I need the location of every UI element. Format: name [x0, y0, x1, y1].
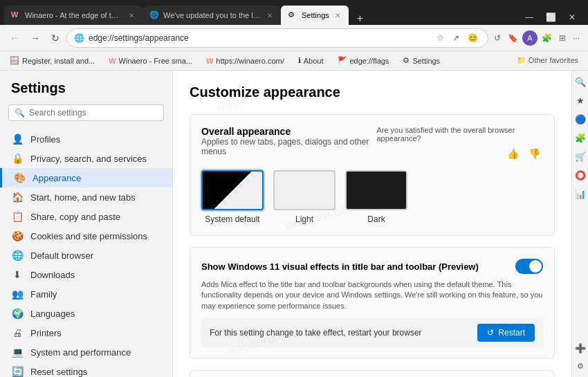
history-icon[interactable]: ↺: [491, 32, 504, 44]
fav-item-2[interactable]: W Winaero - Free sma...: [104, 55, 196, 66]
thumbs-up-button[interactable]: 👍: [504, 147, 522, 160]
right-search-button[interactable]: 🔍: [573, 75, 588, 89]
windows11-toggle-row: Show Windows 11 visual effects in title …: [201, 259, 543, 274]
sidebar-item-system[interactable]: 💻 System and performance: [0, 342, 172, 362]
nav-bar: ← → ↻ 🌐 ☆ ↗ 😊 ↺ 🔖 A 🧩 ⊞ ···: [0, 25, 588, 51]
sidebar-label-downloads: Downloads: [30, 270, 75, 280]
fav-item-3[interactable]: W https://winaero.com/: [202, 55, 288, 66]
window-controls: — ⬜ ✕: [520, 10, 584, 25]
refresh-button[interactable]: ↻: [47, 30, 64, 46]
windows11-restart-button[interactable]: ↺ Restart: [477, 324, 535, 342]
sidebar-item-appearance[interactable]: 🎨 Appearance: [0, 168, 172, 187]
theme-dark[interactable]: Dark: [345, 170, 407, 224]
fav-label-3: https://winaero.com/: [216, 57, 284, 65]
profile-icon[interactable]: A: [522, 30, 538, 46]
tab-favicon-3: ⚙: [288, 10, 297, 20]
sidebar-item-start[interactable]: 🏠 Start, home, and new tabs: [0, 187, 172, 207]
back-button[interactable]: ←: [6, 30, 24, 46]
share-icon[interactable]: ↗: [450, 32, 462, 44]
sidebar-label-printers: Printers: [30, 328, 62, 338]
sidebar-item-languages[interactable]: 🌍 Languages: [0, 304, 172, 323]
folder-icon: 📁: [517, 56, 526, 64]
feedback-icon[interactable]: 😊: [465, 32, 481, 44]
sidebar-label-appearance: Appearance: [33, 173, 81, 183]
address-input[interactable]: [89, 33, 430, 43]
forward-button[interactable]: →: [26, 30, 44, 46]
theme-system-default[interactable]: System default: [201, 170, 264, 224]
new-tab-button[interactable]: +: [351, 12, 369, 25]
right-office-button[interactable]: 📊: [573, 187, 588, 201]
theme-label-system: System default: [205, 214, 259, 224]
theme-preview-light: [273, 170, 336, 210]
sidebar-item-family[interactable]: 👥 Family: [0, 284, 172, 304]
menu-icon[interactable]: ···: [570, 32, 582, 44]
theme-light[interactable]: Light: [273, 170, 336, 224]
sidebar-label-reset: Reset settings: [30, 367, 87, 377]
sidebar-title: Settings: [0, 77, 172, 104]
search-input[interactable]: [29, 108, 158, 118]
sidebar-item-printers[interactable]: 🖨 Printers: [0, 323, 172, 342]
feedback-icons: 👍 👎: [504, 147, 543, 160]
fav-item-4[interactable]: ℹ About: [294, 55, 328, 66]
tab-favicon-2: 🌐: [149, 10, 159, 20]
thumbs-down-button[interactable]: 👎: [526, 147, 543, 160]
favorites-bar: 🪟 Register, install and... W Winaero - F…: [0, 51, 588, 71]
fav-icon-4: ℹ: [298, 56, 301, 65]
fav-item-1[interactable]: 🪟 Register, install and...: [6, 55, 99, 66]
extensions-icon[interactable]: 🧩: [539, 32, 555, 44]
restart-icon-1: ↺: [487, 328, 494, 338]
windows11-effects-section: Show Windows 11 visual effects in title …: [190, 247, 555, 359]
fav-label-1: Register, install and...: [22, 57, 95, 65]
right-read-aloud-button[interactable]: 🔵: [573, 112, 588, 127]
start-icon: 🏠: [11, 192, 24, 203]
right-favorites-button[interactable]: ★: [574, 93, 587, 108]
tab-favicon-1: W: [11, 10, 21, 20]
windows11-restart-row: For this setting change to take effect, …: [201, 318, 543, 347]
sidebar-label-start: Start, home, and new tabs: [30, 192, 136, 203]
sidebar-item-reset[interactable]: 🔄 Reset settings: [0, 362, 172, 377]
tab-label-3: Settings: [302, 11, 329, 19]
sidebar-item-profiles[interactable]: 👤 Profiles: [0, 129, 172, 149]
reset-icon: 🔄: [11, 366, 24, 377]
right-outlook-button[interactable]: ⭕: [573, 168, 588, 183]
tab-settings[interactable]: ⚙ Settings ✕: [281, 6, 349, 25]
sidebar-item-downloads[interactable]: ⬇ Downloads: [0, 265, 172, 284]
content-area: winaero.com winaero.com winaero.com Cust…: [173, 71, 571, 377]
search-box[interactable]: 🔍: [8, 104, 164, 121]
maximize-button[interactable]: ⬜: [540, 10, 562, 25]
fav-label-5: edge://flags: [350, 57, 389, 65]
sidebar-item-share[interactable]: 📋 Share, copy and paste: [0, 207, 172, 226]
favorites-icon[interactable]: ☆: [434, 32, 447, 44]
sidebar-label-share: Share, copy and paste: [30, 212, 120, 222]
right-shopping-button[interactable]: 🛒: [573, 149, 588, 164]
windows11-toggle[interactable]: [515, 259, 543, 274]
address-bar[interactable]: 🌐 ☆ ↗ 😊: [66, 28, 488, 48]
family-icon: 👥: [11, 288, 24, 300]
sidebar-item-default-browser[interactable]: 🌐 Default browser: [0, 246, 172, 265]
tab-close-2[interactable]: ✕: [266, 10, 274, 21]
sidebar: Settings 🔍 👤 Profiles 🔒 Privacy, search,…: [0, 71, 173, 377]
theme-options: System default Light Dark: [201, 170, 543, 224]
tab-updated[interactable]: 🌐 We've updated you to the latest... ✕: [143, 6, 281, 25]
tab-winaero[interactable]: W Winaero - At the edge of tweak... ✕: [4, 6, 143, 25]
feedback-area: Are you satisfied with the overall brows…: [376, 126, 543, 160]
sidebar-item-privacy[interactable]: 🔒 Privacy, search, and services: [0, 149, 172, 168]
fav-item-6[interactable]: ⚙ Settings: [398, 55, 444, 66]
right-feedback-button[interactable]: ⚙: [575, 360, 586, 373]
close-button[interactable]: ✕: [563, 10, 581, 25]
theme-preview-system: [201, 170, 264, 210]
minimize-button[interactable]: —: [520, 10, 539, 25]
sidebar-icon[interactable]: ⊞: [556, 32, 569, 44]
section-title-appearance: Overall appearance Applies to new tabs, …: [201, 126, 376, 166]
right-add-button[interactable]: ➕: [573, 341, 588, 356]
fav-item-5[interactable]: 🚩 edge://flags: [333, 55, 394, 66]
right-toolbar: 🔍 ★ 🔵 🧩 🛒 ⭕ 📊 ➕ ⚙: [571, 71, 588, 377]
sidebar-label-cookies: Cookies and site permissions: [30, 231, 147, 241]
collections-icon[interactable]: 🔖: [505, 32, 521, 44]
printers-icon: 🖨: [11, 327, 24, 338]
tab-close-1[interactable]: ✕: [127, 10, 136, 21]
fav-more[interactable]: 📁 Other favorites: [513, 55, 582, 66]
sidebar-item-cookies[interactable]: 🍪 Cookies and site permissions: [0, 226, 172, 246]
tab-close-3[interactable]: ✕: [333, 10, 342, 21]
right-extensions-button[interactable]: 🧩: [573, 131, 588, 145]
